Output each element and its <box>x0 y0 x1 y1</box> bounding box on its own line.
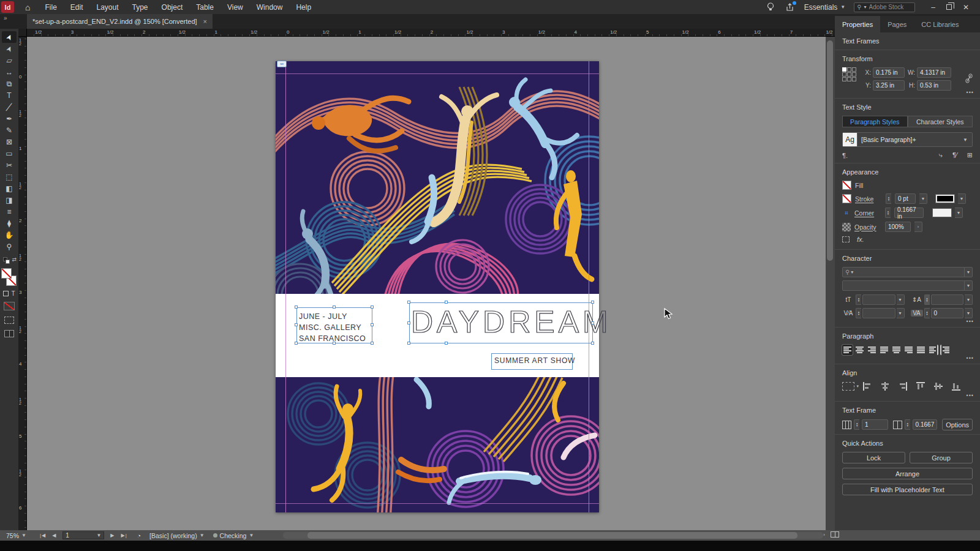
justify-all-button[interactable] <box>916 345 926 355</box>
line-tool[interactable]: ╱ <box>2 101 17 113</box>
corner-label[interactable]: Corner <box>854 209 881 217</box>
width-field[interactable]: 4.1317 in <box>917 67 951 78</box>
justify-last-center-button[interactable] <box>891 345 902 355</box>
apply-none-swatch[interactable] <box>4 302 15 310</box>
clear-overrides-icon[interactable]: ¶⁄ <box>952 151 957 159</box>
align-left-button[interactable] <box>842 345 853 355</box>
selection-handle[interactable] <box>407 342 410 345</box>
gap-tool[interactable]: ↔ <box>2 66 17 78</box>
selection-handle[interactable] <box>445 301 448 304</box>
selection-handle[interactable] <box>333 342 336 345</box>
stroke-weight-dropdown[interactable]: ▼ <box>919 193 927 204</box>
close-tab-icon[interactable]: × <box>203 18 207 25</box>
corner-shape-swatch[interactable] <box>933 209 951 217</box>
font-size-dropdown[interactable]: ▼ <box>897 294 905 305</box>
text-frame-options-button[interactable]: Options <box>942 419 973 430</box>
align-more-options[interactable]: ••• <box>967 392 974 399</box>
postcard-artwork-top[interactable] <box>276 61 599 294</box>
left-margin-guide[interactable] <box>285 61 286 512</box>
selection-handle[interactable] <box>371 323 374 326</box>
stroke-weight-field[interactable]: 0 pt <box>895 193 916 204</box>
height-field[interactable]: 0.53 in <box>917 80 951 91</box>
preflight-status[interactable]: Checking ▼ <box>213 532 254 539</box>
vertical-scrollbar[interactable] <box>826 37 835 530</box>
transform-more-options[interactable]: ••• <box>967 89 974 96</box>
type-tool[interactable]: T <box>2 89 17 101</box>
free-transform-tool[interactable]: ⬚ <box>2 171 17 182</box>
subtitle-text-frame[interactable]: SUMMER ART SHOW <box>491 353 573 370</box>
last-page-button[interactable]: ▶| <box>121 533 127 538</box>
content-collector-tool[interactable]: ⧉ <box>2 78 17 89</box>
tracking-field[interactable]: 0 <box>931 308 964 318</box>
fill-swatch[interactable] <box>842 181 851 190</box>
menu-view[interactable]: View <box>227 3 243 12</box>
menu-object[interactable]: Object <box>162 3 183 12</box>
eyedropper-tool[interactable]: ⧫ <box>2 217 17 229</box>
group-button[interactable]: Group <box>910 452 973 463</box>
font-size-stepper[interactable]: ▲▼ <box>856 294 861 305</box>
stock-search-box[interactable]: ⚲ ▾ <box>854 2 915 12</box>
rectangle-tool[interactable]: ▭ <box>2 148 17 159</box>
gradient-feather-tool[interactable]: ◨ <box>2 194 17 206</box>
gutter-field[interactable]: 0.1667 <box>913 419 938 430</box>
align-vertical-centers-button[interactable] <box>933 381 943 391</box>
direct-selection-tool[interactable]: ➤ <box>2 43 17 54</box>
first-page-button[interactable]: |◀ <box>40 533 46 538</box>
justify-last-left-button[interactable] <box>879 345 889 355</box>
postcard-artwork-bottom[interactable] <box>276 377 599 512</box>
pencil-tool[interactable]: ✎ <box>2 124 17 136</box>
selection-handle[interactable] <box>591 301 594 304</box>
gutter-stepper[interactable]: ▲▼ <box>905 419 910 430</box>
swap-fill-stroke-icon[interactable]: ⇄ <box>2 256 17 266</box>
menu-help[interactable]: Help <box>296 3 311 12</box>
align-top-edges-button[interactable] <box>916 381 925 391</box>
corner-shape-dropdown[interactable]: ▼ <box>955 208 963 218</box>
page-number-field[interactable]: 1 ▼ <box>62 531 104 539</box>
fill-with-placeholder-text-button[interactable]: Fill with Placeholder Text <box>842 484 973 495</box>
columns-field[interactable]: 1 <box>862 419 888 430</box>
lock-button[interactable]: Lock <box>842 452 905 463</box>
fill-stroke-indicator[interactable] <box>1 268 17 287</box>
formatting-affects-text-icon[interactable]: T <box>11 290 15 297</box>
vertical-ruler[interactable]: 120121122123124125126 <box>18 37 27 530</box>
home-icon[interactable]: ⌂ <box>25 2 30 12</box>
reference-point-grid[interactable] <box>842 67 856 91</box>
redefine-style-icon[interactable]: ⤷ <box>939 151 943 159</box>
selection-handle[interactable] <box>333 305 336 309</box>
paragraph-style-selector[interactable]: Ag [Basic Paragraph]+ ▼ <box>842 132 973 147</box>
selection-handle[interactable] <box>591 321 594 324</box>
top-margin-guide[interactable] <box>276 73 599 74</box>
justify-last-right-button[interactable] <box>903 345 914 355</box>
character-more-options[interactable]: ••• <box>967 318 974 324</box>
tracking-dropdown[interactable]: ▼ <box>965 308 973 318</box>
corner-radius-stepper[interactable]: ▲▼ <box>885 208 891 218</box>
align-bottom-edges-button[interactable] <box>951 381 961 391</box>
leading-stepper[interactable]: ▲▼ <box>924 294 930 305</box>
paragraph-more-options[interactable]: ••• <box>967 355 974 361</box>
bottom-margin-guide[interactable] <box>276 503 599 504</box>
stroke-color-dropdown[interactable]: ▼ <box>958 193 966 204</box>
vertical-scrollbar-thumb[interactable] <box>827 40 833 261</box>
previous-page-button[interactable]: ◀ <box>52 533 56 538</box>
effects-fx-label[interactable]: fx. <box>857 236 864 243</box>
font-style-select[interactable] <box>842 280 965 291</box>
scroll-right-arrow[interactable]: › <box>823 532 826 538</box>
preflight-preset-select[interactable]: [Basic] (working) ▼ <box>149 532 205 539</box>
zoom-tool[interactable]: ⚲ <box>2 241 17 252</box>
selection-tool[interactable]: ➤ <box>2 31 17 43</box>
leading-field[interactable] <box>931 294 964 305</box>
dates-text-frame[interactable]: JUNE - JULY MISC. GALLERY SAN FRANCISCO <box>296 307 372 343</box>
restore-button[interactable] <box>946 4 952 10</box>
menu-edit[interactable]: Edit <box>70 3 83 12</box>
selection-handle[interactable] <box>407 301 410 304</box>
selection-handle[interactable] <box>295 305 298 309</box>
preflight-icon[interactable]: ◔ <box>137 532 141 539</box>
gradient-tool[interactable]: ◧ <box>2 182 17 194</box>
screen-mode-icon[interactable] <box>4 330 14 337</box>
selection-handle[interactable] <box>371 305 374 309</box>
fill-swatch-tool[interactable] <box>1 268 12 279</box>
new-style-icon[interactable]: ⊞ <box>967 151 973 159</box>
kerning-dropdown[interactable]: ▼ <box>897 308 905 318</box>
document-tab[interactable]: *set-up-a-postcard_END_V2.indd @ 150% [C… <box>27 14 213 29</box>
menu-file[interactable]: File <box>45 3 56 12</box>
